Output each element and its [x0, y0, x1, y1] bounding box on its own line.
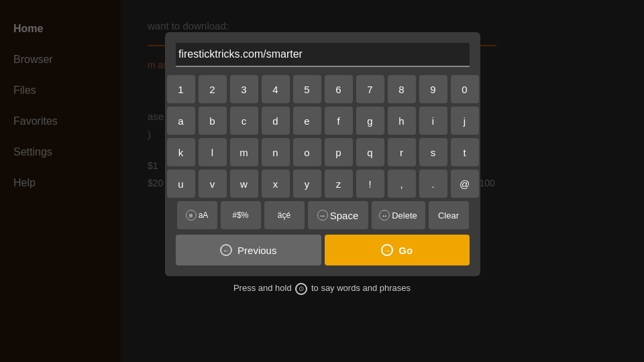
key-3[interactable]: 3 [230, 75, 258, 103]
key-4[interactable]: 4 [262, 75, 290, 103]
key-toggle-abc[interactable]: ≡ aA [177, 201, 217, 229]
key-i[interactable]: i [419, 107, 447, 135]
number-row: 1 2 3 4 5 6 7 8 9 0 [176, 75, 470, 103]
key-comma[interactable]: , [388, 170, 416, 198]
key-5[interactable]: 5 [293, 75, 321, 103]
key-6[interactable]: 6 [325, 75, 353, 103]
key-g[interactable]: g [356, 107, 384, 135]
key-x[interactable]: x [262, 170, 290, 198]
key-q[interactable]: q [356, 138, 384, 166]
key-a[interactable]: a [167, 107, 195, 135]
bottom-nav: ← Previous → Go [176, 235, 470, 265]
url-input[interactable] [176, 43, 470, 67]
mic-icon: ⊙ [295, 283, 307, 295]
key-0[interactable]: 0 [451, 75, 479, 103]
key-b[interactable]: b [199, 107, 227, 135]
key-toggle-accent[interactable]: äçé [264, 201, 305, 229]
key-c[interactable]: c [230, 107, 258, 135]
key-1[interactable]: 1 [167, 75, 195, 103]
go-button[interactable]: → Go [325, 235, 470, 265]
key-9[interactable]: 9 [419, 75, 447, 103]
key-k[interactable]: k [167, 138, 195, 166]
key-t[interactable]: t [451, 138, 479, 166]
key-n[interactable]: n [262, 138, 290, 166]
key-space[interactable]: ↔ Space [308, 201, 368, 229]
key-d[interactable]: d [262, 107, 290, 135]
bottom-hint: Press and hold ⊙ to say words and phrase… [0, 283, 644, 295]
previous-icon: ← [220, 244, 232, 256]
key-clear[interactable]: Clear [429, 201, 469, 229]
symbol-row: ≡ aA #$% äçé ↔ Space ↔ Delete Clear [176, 201, 470, 229]
key-m[interactable]: m [230, 138, 258, 166]
key-y[interactable]: y [293, 170, 321, 198]
key-s[interactable]: s [419, 138, 447, 166]
key-h[interactable]: h [388, 107, 416, 135]
key-2[interactable]: 2 [199, 75, 227, 103]
key-period[interactable]: . [419, 170, 447, 198]
key-l[interactable]: l [199, 138, 227, 166]
go-icon: → [381, 244, 393, 256]
keyboard-dialog: 1 2 3 4 5 6 7 8 9 0 a b c d e f g h i j … [165, 32, 480, 276]
key-at[interactable]: @ [451, 170, 479, 198]
key-delete[interactable]: ↔ Delete [372, 201, 425, 229]
key-f[interactable]: f [325, 107, 353, 135]
key-u[interactable]: u [167, 170, 195, 198]
previous-button[interactable]: ← Previous [176, 235, 321, 265]
row-u-at: u v w x y z ! , . @ [176, 170, 470, 198]
key-o[interactable]: o [293, 138, 321, 166]
key-v[interactable]: v [199, 170, 227, 198]
key-w[interactable]: w [230, 170, 258, 198]
row-a-j: a b c d e f g h i j [176, 107, 470, 135]
key-7[interactable]: 7 [356, 75, 384, 103]
row-k-t: k l m n o p q r s t [176, 138, 470, 166]
key-8[interactable]: 8 [388, 75, 416, 103]
key-p[interactable]: p [325, 138, 353, 166]
key-e[interactable]: e [293, 107, 321, 135]
key-exclaim[interactable]: ! [356, 170, 384, 198]
keyboard-rows: 1 2 3 4 5 6 7 8 9 0 a b c d e f g h i j … [176, 75, 470, 229]
key-toggle-hash[interactable]: #$% [221, 201, 261, 229]
key-z[interactable]: z [325, 170, 353, 198]
key-r[interactable]: r [388, 138, 416, 166]
key-j[interactable]: j [451, 107, 479, 135]
